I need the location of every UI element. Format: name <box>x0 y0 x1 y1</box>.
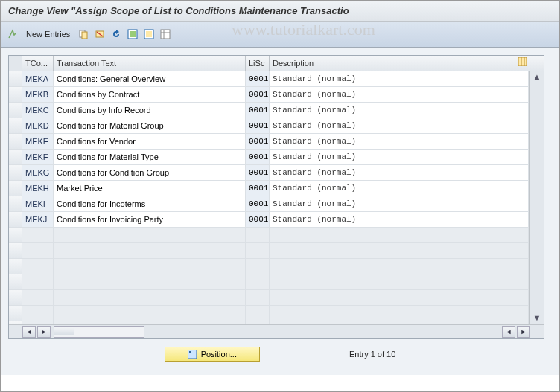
table-row[interactable] <box>9 228 544 243</box>
cell-transaction-text[interactable]: Conditions for Vendor <box>54 134 246 149</box>
row-selector[interactable] <box>9 321 22 324</box>
cell-tcode[interactable]: MEKH <box>22 181 54 196</box>
row-selector[interactable] <box>9 306 22 321</box>
table-row[interactable]: MEKGConditions for Condition Group0001St… <box>9 165 544 181</box>
cell-lisc[interactable]: 0001 <box>246 196 270 211</box>
row-selector[interactable] <box>9 212 22 227</box>
row-selector[interactable] <box>9 118 22 133</box>
table-row[interactable] <box>9 306 544 321</box>
cell-tcode[interactable] <box>22 228 54 242</box>
cell-tcode[interactable]: MEKB <box>22 87 54 102</box>
table-settings-icon[interactable] <box>159 28 171 40</box>
table-row[interactable]: MEKHMarket Price0001Standard (normal) <box>9 181 544 196</box>
select-all-icon[interactable] <box>127 28 139 40</box>
row-selector[interactable] <box>9 150 22 164</box>
row-selector[interactable] <box>9 103 22 118</box>
table-row[interactable] <box>9 274 544 290</box>
cell-transaction-text[interactable]: Conditions for Invoicing Party <box>54 212 246 227</box>
cell-tcode[interactable]: MEKC <box>22 103 54 118</box>
cell-lisc[interactable] <box>246 306 270 321</box>
position-button[interactable]: Position... <box>165 347 260 362</box>
cell-lisc[interactable]: 0001 <box>246 212 270 227</box>
row-selector[interactable] <box>9 274 22 289</box>
cell-description[interactable] <box>270 243 529 258</box>
row-selector[interactable] <box>9 228 22 242</box>
cell-transaction-text[interactable] <box>54 321 246 324</box>
table-row[interactable] <box>9 290 544 306</box>
cell-description[interactable] <box>270 274 529 289</box>
cell-transaction-text[interactable] <box>54 290 246 305</box>
cell-description[interactable]: Standard (normal) <box>270 165 529 180</box>
cell-transaction-text[interactable]: Conditions for Incoterms <box>54 196 246 211</box>
hscroll-right2-icon[interactable]: ► <box>517 326 530 338</box>
cell-tcode[interactable] <box>22 290 54 305</box>
cell-transaction-text[interactable] <box>54 274 246 289</box>
table-row[interactable]: MEKEConditions for Vendor0001Standard (n… <box>9 134 544 150</box>
cell-tcode[interactable]: MEKG <box>22 165 54 180</box>
cell-transaction-text[interactable] <box>54 243 246 258</box>
cell-lisc[interactable]: 0001 <box>246 103 270 118</box>
cell-transaction-text[interactable] <box>54 306 246 321</box>
cell-lisc[interactable] <box>246 259 270 274</box>
cell-transaction-text[interactable]: Conditions for Material Type <box>54 150 246 164</box>
table-row[interactable]: MEKFConditions for Material Type0001Stan… <box>9 150 544 165</box>
cell-description[interactable]: Standard (normal) <box>270 212 529 227</box>
cell-lisc[interactable]: 0001 <box>246 87 270 102</box>
row-selector[interactable] <box>9 134 22 149</box>
header-selector[interactable] <box>9 56 22 71</box>
table-row[interactable] <box>9 243 544 259</box>
cell-description[interactable]: Standard (normal) <box>270 134 529 149</box>
cell-description[interactable] <box>270 321 529 324</box>
table-row[interactable]: MEKDConditions for Material Group0001Sta… <box>9 118 544 134</box>
cell-description[interactable] <box>270 306 529 321</box>
header-transaction-text[interactable]: Transaction Text <box>54 56 246 71</box>
toggle-icon[interactable] <box>7 28 19 40</box>
copy-icon[interactable] <box>77 28 89 40</box>
cell-lisc[interactable] <box>246 321 270 324</box>
cell-tcode[interactable]: MEKE <box>22 134 54 149</box>
cell-tcode[interactable] <box>22 321 54 324</box>
cell-tcode[interactable]: MEKJ <box>22 212 54 227</box>
cell-tcode[interactable] <box>22 274 54 289</box>
header-tcode[interactable]: TCo... <box>22 56 54 71</box>
cell-lisc[interactable]: 0001 <box>246 181 270 196</box>
hscroll-left2-icon[interactable]: ◄ <box>502 326 515 338</box>
table-row[interactable]: MEKBConditions by Contract0001Standard (… <box>9 87 544 103</box>
cell-description[interactable]: Standard (normal) <box>270 118 529 133</box>
cell-tcode[interactable]: MEKF <box>22 150 54 164</box>
cell-description[interactable]: Standard (normal) <box>270 150 529 164</box>
table-row[interactable]: MEKIConditions for Incoterms0001Standard… <box>9 196 544 212</box>
scroll-down-icon[interactable]: ▼ <box>531 312 543 324</box>
cell-lisc[interactable]: 0001 <box>246 150 270 164</box>
table-row[interactable]: MEKCConditions by Info Record0001Standar… <box>9 103 544 118</box>
row-selector[interactable] <box>9 181 22 196</box>
delete-icon[interactable] <box>94 28 106 40</box>
cell-lisc[interactable] <box>246 274 270 289</box>
cell-transaction-text[interactable] <box>54 228 246 242</box>
cell-description[interactable]: Standard (normal) <box>270 87 529 102</box>
table-row[interactable]: MEKAConditions: General Overview0001Stan… <box>9 71 544 87</box>
new-entries-button[interactable]: New Entries <box>23 28 73 40</box>
cell-lisc[interactable]: 0001 <box>246 118 270 133</box>
cell-description[interactable] <box>270 228 529 242</box>
cell-lisc[interactable] <box>246 290 270 305</box>
cell-transaction-text[interactable]: Conditions for Material Group <box>54 118 246 133</box>
cell-lisc[interactable]: 0001 <box>246 165 270 180</box>
row-selector[interactable] <box>9 71 22 86</box>
row-selector[interactable] <box>9 165 22 180</box>
row-selector[interactable] <box>9 290 22 305</box>
hscroll-right-icon[interactable]: ► <box>37 326 51 338</box>
hscroll-track-left[interactable] <box>54 326 144 338</box>
header-lisc[interactable]: LiSc <box>246 56 270 71</box>
cell-description[interactable]: Standard (normal) <box>270 103 529 118</box>
cell-transaction-text[interactable]: Conditions: General Overview <box>54 71 246 86</box>
cell-lisc[interactable] <box>246 228 270 242</box>
cell-description[interactable] <box>270 259 529 274</box>
cell-tcode[interactable]: MEKD <box>22 118 54 133</box>
cell-lisc[interactable]: 0001 <box>246 71 270 86</box>
cell-tcode[interactable]: MEKI <box>22 196 54 211</box>
cell-transaction-text[interactable]: Conditions by Info Record <box>54 103 246 118</box>
row-selector[interactable] <box>9 243 22 258</box>
cell-transaction-text[interactable]: Conditions by Contract <box>54 87 246 102</box>
cell-description[interactable]: Standard (normal) <box>270 181 529 196</box>
